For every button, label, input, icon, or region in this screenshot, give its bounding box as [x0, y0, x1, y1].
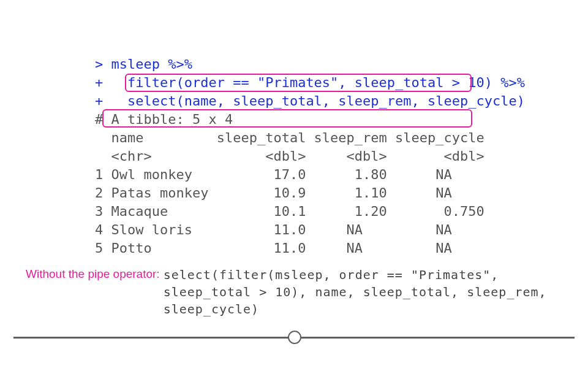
footnote: Without the pipe operator:select(filter(…	[26, 266, 565, 318]
prompt-cont: +	[95, 75, 127, 90]
r-console-output: > msleep %>% + filter(order == "Primates…	[95, 37, 525, 258]
highlight-column-header	[102, 109, 472, 128]
note-code-line: select(filter(msleep, order == "Primates…	[164, 267, 499, 282]
slide: > msleep %>% + filter(order == "Primates…	[0, 0, 588, 368]
progress-divider	[13, 330, 575, 345]
note-code-line: sleep_cycle)	[164, 302, 260, 316]
prompt: >	[95, 56, 111, 72]
note-code: select(filter(msleep, order == "Primates…	[164, 266, 547, 318]
code-line-3: select(name, sleep_total, sleep_rem, sle…	[127, 93, 525, 109]
code-line-1: msleep %>%	[111, 56, 192, 72]
table-row: 3 Macaque 10.1 1.20 0.750	[95, 204, 484, 219]
table-row: 2 Patas monkey 10.9 1.10 NA	[95, 185, 484, 201]
table-header-names: name sleep_total sleep_rem sleep_cycle	[95, 130, 484, 145]
table-row: 4 Slow loris 11.0 NA NA	[95, 222, 484, 237]
note-code-line: sleep_total > 10), name, sleep_total, sl…	[164, 285, 547, 299]
divider-marker	[288, 331, 301, 344]
table-row: 5 Potto 11.0 NA NA	[95, 240, 484, 256]
table-row: 1 Owl monkey 17.0 1.80 NA	[95, 167, 484, 182]
prompt-cont: +	[95, 93, 127, 109]
note-label: Without the pipe operator:	[26, 266, 164, 281]
highlight-select-call	[125, 74, 472, 92]
table-header-types: <chr> <dbl> <dbl> <dbl>	[95, 148, 484, 164]
